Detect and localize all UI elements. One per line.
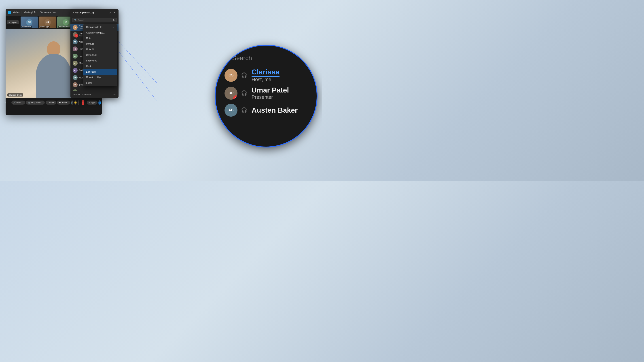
show-menu-bar[interactable]: Show menu bar	[40, 11, 56, 14]
participant-item-matthew[interactable]: MB Matthew Baker 🖥 🎤	[70, 88, 118, 91]
zoom-name-umar: Umar Patel	[252, 86, 308, 94]
thumb-avatar-1: HR	[44, 19, 51, 25]
sort-icon[interactable]: ⇅	[113, 19, 115, 21]
mute-button[interactable]: 🎤 Mute ⌄	[12, 100, 25, 105]
avatar-marise: MT	[73, 61, 78, 66]
zoom-avatar-austen: AB	[224, 104, 238, 117]
menu-edit-name[interactable]: Edit Name	[83, 69, 117, 75]
share-icon: ↑	[48, 101, 48, 104]
meeting-info-btn[interactable]: Meeting info	[24, 11, 36, 14]
zoom-cursor: |	[280, 69, 282, 75]
menu-expel[interactable]: Expel	[83, 80, 117, 86]
thumbnail-1[interactable]: HR Henry Riggs	[39, 16, 56, 28]
menu-change-role[interactable]: Change Role To ›	[83, 24, 117, 30]
sound-btn[interactable]: 🔊	[71, 100, 73, 105]
zoom-search-bar[interactable]: 🔍 Search	[220, 52, 312, 64]
svg-line-1	[115, 47, 156, 100]
panel-header: ▾ Participants (10) ⤢ ✕	[70, 9, 118, 16]
name-matthew: Matthew Baker	[79, 91, 110, 91]
thumb-avatar-2: IB	[63, 19, 69, 25]
avatar-henry: HR	[73, 46, 78, 51]
video-icon: 📷	[28, 101, 30, 104]
expand-icon: ▾	[73, 11, 74, 14]
context-menu: Change Role To › Assign Privileges... Mu…	[83, 24, 118, 86]
avatar-murad: MH	[73, 75, 78, 80]
stop-video-button[interactable]: 📷 Stop video ⌄	[26, 100, 45, 105]
panel-close-btn[interactable]: ✕	[113, 11, 116, 14]
avatar-isabella: IB	[73, 54, 78, 58]
menu-unmute[interactable]: Unmute	[83, 41, 117, 47]
menu-stop-video[interactable]: Stop Video	[83, 58, 117, 63]
thumbnail-0[interactable]: AB Austen Baker	[20, 16, 38, 28]
zoom-role-umar: Presenter	[252, 94, 308, 100]
zoom-participant-umar[interactable]: UP ↑ 🎧 Umar Patel Presenter	[220, 84, 312, 102]
zoom-circle: 🔍 Search CS 🎧 Clarissa | Host, me UP ↑	[215, 45, 318, 147]
speaker-label: Clarissa Smith	[8, 93, 23, 96]
avatar-matthew: MB	[73, 89, 78, 91]
apps-button[interactable]: ⊞ Apps	[87, 100, 98, 105]
layout-button[interactable]: ⊞ Layout	[7, 20, 19, 24]
mic-icon: 🎤	[13, 101, 16, 104]
more-btn[interactable]: ···	[78, 100, 80, 105]
search-icon: 🔍	[74, 19, 77, 21]
menu-assign-privileges[interactable]: Assign Privileges...	[83, 30, 117, 35]
panel-footer: Mute all Unmute all ···	[70, 91, 118, 98]
toolbar: W 💬 ⌄ 🎤 Mute ⌄ 📷 Stop video ⌄ ↑ Share ⏺ …	[6, 98, 102, 107]
menu-mute[interactable]: Mute	[83, 35, 117, 41]
panel-popout-btn[interactable]: ⤢	[108, 11, 112, 14]
muted-icon: 🎤	[114, 91, 116, 91]
svg-line-0	[115, 38, 156, 83]
zoom-name-austen: Austen Baker	[252, 106, 308, 114]
avatar-austen: AB	[73, 39, 78, 44]
menu-move-lobby[interactable]: Move to Lobby	[83, 75, 117, 80]
person-body	[36, 54, 72, 98]
avatar-umar: UP ↑	[73, 32, 78, 37]
share-button[interactable]: ↑ Share	[46, 100, 56, 105]
avatar-sofia: SG	[73, 68, 78, 73]
zoom-headset-clarissa: 🎧	[241, 72, 247, 78]
zoom-avatar-clarissa: CS	[224, 69, 238, 82]
video-dropdown-icon[interactable]: ⌄	[41, 101, 43, 104]
end-call-button[interactable]: ✕	[82, 100, 84, 105]
webex-logo	[8, 11, 11, 14]
unmute-all-button[interactable]: Unmute all	[82, 93, 91, 96]
more-options-footer[interactable]: ···	[113, 92, 116, 96]
zoom-participant-clarissa[interactable]: CS 🎧 Clarissa | Host, me	[220, 66, 312, 84]
thumb-label-1: Henry Riggs	[40, 26, 50, 28]
zoom-avatar-umar: UP ↑	[224, 87, 238, 100]
mute-dropdown-icon[interactable]: ⌄	[22, 101, 23, 104]
reaction-btn[interactable]: 😊	[74, 100, 77, 105]
apps-icon: ⊞	[88, 101, 90, 104]
chat-button[interactable]: 💬	[6, 100, 6, 105]
menu-unmute-all[interactable]: Unmute All	[83, 52, 117, 58]
webex-title: Webex	[13, 11, 20, 14]
zoom-search-text: Search	[232, 54, 252, 62]
screen-icon: 🖥	[111, 91, 113, 91]
chat-dropdown[interactable]: ⌄	[7, 101, 9, 104]
menu-chat[interactable]: Chat	[83, 63, 117, 69]
presenter-badge: ↑	[74, 34, 78, 37]
zoom-search-icon: 🔍	[224, 56, 230, 60]
zoom-participant-austen[interactable]: AB 🎧 Austen Baker	[220, 102, 312, 118]
zoom-content: 🔍 Search CS 🎧 Clarissa | Host, me UP ↑	[216, 45, 317, 147]
layout-icon: ⊞	[8, 21, 10, 23]
avatar-sonali: SP	[73, 82, 78, 87]
zoom-role-clarissa: Host, me	[252, 77, 308, 82]
submenu-arrow: ›	[113, 26, 114, 28]
thumb-label-0: Austen Baker	[21, 26, 32, 28]
panel-title-text: Participants (10)	[75, 11, 94, 14]
search-input[interactable]: 🔍 Search ⇅	[72, 18, 117, 22]
search-bar: 🔍 Search ⇅	[70, 16, 118, 24]
record-button[interactable]: ⏺ Record	[57, 100, 70, 105]
menu-mute-all[interactable]: Mute All	[83, 47, 117, 52]
record-icon: ⏺	[59, 101, 61, 104]
thumb-avatar-0: AB	[26, 19, 32, 25]
thumb-label-2: Isabella Brennan	[58, 26, 71, 28]
zoom-headset-austen: 🎧	[241, 107, 247, 113]
presenter-badge-umar: ↑	[233, 95, 238, 100]
zoom-name-clarissa: Clarissa	[252, 68, 280, 77]
participants-toggle[interactable]: 👥	[98, 100, 101, 105]
zoom-headset-umar: 🎧	[241, 90, 247, 96]
avatar-clarissa: CS	[73, 25, 78, 30]
mute-all-button[interactable]: Mute all	[73, 93, 80, 96]
